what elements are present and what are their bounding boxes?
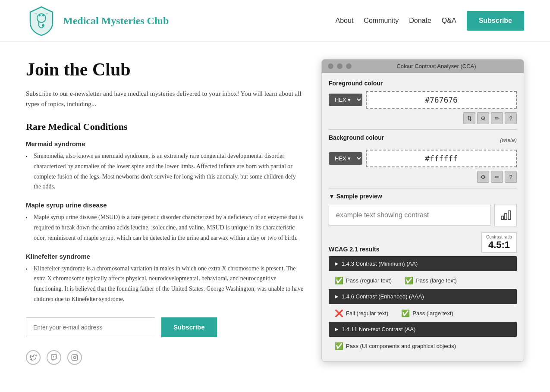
triangle-icon-1: ▶ (335, 261, 338, 267)
svg-rect-8 (72, 354, 77, 360)
svg-point-1 (42, 24, 44, 27)
background-header: Background colour (white) (329, 134, 517, 145)
foreground-row: HEX ▾ (329, 91, 517, 109)
email-input[interactable] (26, 317, 155, 337)
svg-rect-12 (505, 213, 507, 220)
wcag-result-1-4-3-label: 1.4.3 Contrast (Minimum) (AA) (342, 260, 418, 267)
background-white-label: (white) (500, 137, 517, 143)
wcag-result-1-4-6-label: 1.4.6 Contrast (Enhanced) (AAA) (342, 293, 424, 300)
wcag-header: WCAG 2.1 results Contrast ratio 4.5:1 (329, 232, 517, 253)
condition-title-msud: Maple syrup urine disease (26, 201, 304, 209)
condition-title-mermaid: Mermaid syndrome (26, 140, 304, 147)
sample-preview-label: ▼ Sample preview (329, 193, 382, 200)
sample-text: example text showing contrast (336, 211, 429, 219)
wcag-result-1-4-6-passes: ❌ Fail (regular text) ✅ Pass (large text… (329, 307, 517, 322)
cca-panel: Colour Contrast Analyser (CCA) Foregroun… (321, 59, 524, 362)
sample-text-box: example text showing contrast (329, 205, 491, 226)
condition-klinefelter: Klinefelter syndrome Klinefelter syndrom… (26, 253, 304, 304)
sample-preview-header: ▼ Sample preview (329, 193, 517, 200)
instagram-icon[interactable] (67, 350, 82, 365)
triangle-icon-3: ▶ (335, 326, 338, 332)
section-heading: Rare Medical Conditions (26, 121, 304, 132)
foreground-tools: ⇅ ⚙ ✏ ? (329, 112, 517, 124)
svg-point-9 (73, 356, 75, 358)
help-tool-btn[interactable]: ? (505, 112, 517, 124)
wcag-result-1-4-6[interactable]: ▶ 1.4.6 Contrast (Enhanced) (AAA) (329, 289, 517, 304)
left-content: Join the Club Subscribe to our e-newslet… (26, 59, 304, 365)
condition-mermaid: Mermaid syndrome Sirenomelia, also known… (26, 140, 304, 192)
pass-icon-1-4-11-ui: ✅ (335, 342, 343, 350)
background-label: Background colour (329, 134, 384, 141)
nav-about[interactable]: About (336, 17, 354, 25)
condition-desc-klinefelter: Klinefelter syndrome is a chromosomal va… (26, 263, 304, 304)
cca-title: Colour Contrast Analyser (CCA) (355, 63, 518, 69)
pass-icon-1-4-6-large: ✅ (401, 309, 410, 317)
wcag-1-4-6-regular-label: Fail (regular text) (346, 310, 388, 317)
nav-subscribe-button[interactable]: Subscribe (467, 11, 524, 31)
form-subscribe-button[interactable]: Subscribe (161, 317, 217, 337)
site-title: Medical Mysteries Club (63, 15, 169, 27)
background-row: HEX ▾ (329, 150, 517, 167)
foreground-label: Foreground colour (329, 80, 517, 87)
wcag-1-4-3-regular-label: Pass (regular text) (346, 277, 392, 284)
site-header: Medical Mysteries Club About Community D… (0, 0, 550, 42)
page-title: Join the Club (26, 59, 304, 80)
fail-icon-1-4-6-regular: ❌ (335, 309, 343, 317)
cca-divider-2 (329, 188, 517, 188)
background-tools: ⚙ ✏ ? (329, 171, 517, 183)
wcag-label: WCAG 2.1 results (329, 246, 379, 253)
settings-tool-btn[interactable]: ⚙ (477, 112, 489, 124)
wcag-1-4-3-large-label: Pass (large text) (416, 277, 457, 284)
wcag-1-4-3-large: ✅ Pass (large text) (405, 276, 457, 285)
logo-area: Medical Mysteries Club (26, 5, 169, 36)
bg-eyedropper-tool-btn[interactable]: ✏ (491, 171, 503, 183)
pass-icon-1-4-3-regular: ✅ (335, 276, 343, 285)
foreground-format-select[interactable]: HEX ▾ (329, 94, 362, 106)
condition-title-klinefelter: Klinefelter syndrome (26, 253, 304, 260)
svg-point-3 (42, 15, 44, 16)
window-close-btn[interactable] (328, 63, 333, 69)
wcag-1-4-11-ui-label: Pass (UI components and graphical object… (346, 343, 456, 349)
chart-view-btn[interactable] (494, 204, 517, 226)
cca-titlebar: Colour Contrast Analyser (CCA) (322, 60, 524, 73)
svg-rect-13 (508, 211, 510, 220)
social-icons (26, 350, 304, 365)
wcag-1-4-6-large-label: Pass (large text) (412, 310, 453, 317)
condition-desc-msud: Maple syrup urine disease (MSUD) is a ra… (26, 212, 304, 243)
cca-body: Foreground colour HEX ▾ ⇅ ⚙ ✏ ? Backgrou… (322, 73, 524, 361)
nav-qna[interactable]: Q&A (442, 17, 456, 25)
window-maximize-btn[interactable] (346, 63, 352, 69)
wcag-result-1-4-11-label: 1.4.11 Non-text Contrast (AA) (342, 326, 415, 332)
subscribe-form: Subscribe (26, 317, 304, 337)
contrast-ratio-label: Contrast ratio (486, 235, 512, 239)
condition-desc-mermaid: Sirenomelia, also known as mermaid syndr… (26, 151, 304, 192)
wcag-1-4-3-regular: ✅ Pass (regular text) (335, 276, 392, 285)
site-logo-icon (26, 5, 57, 36)
twitter-icon[interactable] (26, 350, 41, 365)
bg-settings-tool-btn[interactable]: ⚙ (477, 171, 489, 183)
nav-community[interactable]: Community (364, 17, 399, 25)
swap-tool-btn[interactable]: ⇅ (463, 112, 475, 124)
foreground-hex-input[interactable] (366, 91, 517, 109)
background-hex-input[interactable] (366, 150, 517, 167)
svg-point-10 (76, 356, 76, 356)
twitch-icon[interactable] (47, 350, 61, 365)
contrast-ratio-value: 4.5:1 (486, 239, 512, 251)
wcag-result-1-4-11-passes: ✅ Pass (UI components and graphical obje… (329, 339, 517, 354)
sample-preview-area: example text showing contrast (329, 204, 517, 226)
wcag-result-1-4-3[interactable]: ▶ 1.4.3 Contrast (Minimum) (AA) (329, 256, 517, 271)
main-layout: Join the Club Subscribe to our e-newslet… (0, 42, 550, 382)
wcag-1-4-6-regular: ❌ Fail (regular text) (335, 309, 388, 317)
svg-rect-11 (501, 216, 503, 220)
bg-help-tool-btn[interactable]: ? (505, 171, 517, 183)
pass-icon-1-4-3-large: ✅ (405, 276, 413, 285)
nav-donate[interactable]: Donate (409, 17, 431, 25)
window-minimize-btn[interactable] (337, 63, 343, 69)
eyedropper-tool-btn[interactable]: ✏ (491, 112, 503, 124)
background-format-select[interactable]: HEX ▾ (329, 152, 362, 165)
intro-text: Subscribe to our e-newsletter and have m… (26, 88, 304, 109)
wcag-result-1-4-3-passes: ✅ Pass (regular text) ✅ Pass (large text… (329, 274, 517, 289)
wcag-1-4-6-large: ✅ Pass (large text) (401, 309, 453, 317)
condition-msud: Maple syrup urine disease Maple syrup ur… (26, 201, 304, 243)
wcag-result-1-4-11[interactable]: ▶ 1.4.11 Non-text Contrast (AA) (329, 322, 517, 337)
